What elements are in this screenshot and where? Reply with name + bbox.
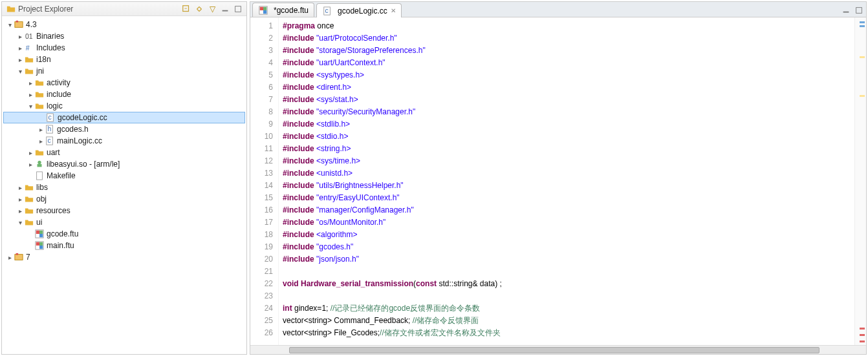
code-line[interactable]: #include <sys/types.h> (283, 69, 851, 81)
code-line[interactable] (283, 290, 851, 302)
close-icon[interactable]: ✕ (391, 7, 396, 14)
code-line[interactable]: vector<string> File_Gcodes;//储存文件或者宏文件名称… (283, 327, 851, 339)
folder-icon (24, 194, 34, 204)
tree-item-label: jni (36, 67, 44, 76)
tree-item[interactable]: ▸obj (3, 193, 245, 205)
code-line[interactable]: #include <unistd.h> (283, 167, 851, 180)
tree-item-label: gcodeLogic.cc (58, 113, 107, 122)
code-line[interactable]: #include <sys/time.h> (283, 155, 851, 167)
cfile-icon: c (322, 6, 332, 16)
ftu-icon (34, 229, 45, 239)
code-line[interactable]: #include "os/MountMonitor.h" (283, 216, 851, 229)
twisty-icon[interactable]: ▾ (6, 21, 14, 28)
folder-icon (24, 54, 34, 65)
twisty-icon[interactable]: ▾ (16, 219, 24, 226)
overview-ruler[interactable] (854, 17, 866, 345)
tree-item[interactable]: Makefile (3, 170, 245, 182)
tree-item[interactable]: ▾logic (3, 100, 245, 112)
twisty-icon[interactable]: ▸ (16, 184, 24, 191)
code-line[interactable]: #pragma once (283, 20, 851, 32)
project-tree[interactable]: ▾4.3▸01Binaries▸#Includes▸i18n▾jni▸activ… (2, 16, 246, 354)
code-line[interactable]: #include <string.h> (283, 143, 851, 155)
tree-item[interactable]: gcode.ftu (3, 228, 245, 240)
svg-rect-3 (15, 22, 23, 28)
code-line[interactable]: #include "storage/StoragePreferences.h" (283, 45, 851, 57)
link-with-editor-icon[interactable] (195, 5, 204, 14)
tree-item[interactable]: ▸resources (3, 205, 245, 216)
code-line[interactable]: #include "manager/ConfigManager.h" (283, 204, 851, 216)
code-line[interactable]: #include "entry/EasyUIContext.h" (283, 192, 851, 204)
tree-item[interactable]: ▸activity (3, 77, 245, 89)
svg-rect-14 (38, 164, 42, 167)
maximize-icon[interactable] (233, 5, 243, 14)
code-line[interactable]: #include "uart/ProtocolSender.h" (283, 32, 851, 45)
editor-minimize-icon[interactable] (841, 6, 851, 17)
code-line[interactable]: #include "json/json.h" (283, 253, 851, 266)
tree-item[interactable]: ▸cmainLogic.cc (3, 135, 245, 147)
twisty-icon[interactable]: ▸ (16, 207, 24, 215)
folder-icon (6, 4, 16, 14)
twisty-icon[interactable]: ▾ (16, 68, 24, 75)
svg-rect-4 (16, 21, 19, 23)
minimize-icon[interactable] (221, 5, 230, 14)
code-line[interactable] (283, 266, 851, 278)
tree-item[interactable]: cgcodeLogic.cc (3, 112, 245, 123)
code-line[interactable]: void Hardware_serial_transmission(const … (283, 278, 851, 290)
code-line[interactable]: #include <stdio.h> (283, 131, 851, 143)
twisty-icon[interactable]: ▸ (27, 161, 34, 168)
editor-maximize-icon[interactable] (854, 6, 863, 17)
twisty-icon[interactable]: ▾ (27, 103, 34, 110)
tree-item[interactable]: ▾ui (3, 216, 245, 228)
tree-item[interactable]: ▸01Binaries (3, 30, 245, 42)
svg-point-13 (38, 161, 41, 164)
tree-item[interactable]: main.ftu (3, 240, 245, 251)
twisty-icon[interactable]: ▸ (27, 79, 34, 87)
svg-rect-2 (235, 6, 241, 12)
code-line[interactable]: vector<string> Command_Feedback; //储存命令反… (283, 315, 851, 327)
twisty-icon[interactable]: ▸ (16, 56, 24, 63)
tree-item-label: gcodes.h (57, 125, 89, 134)
code-line[interactable]: #include "gcodes.h" (283, 241, 851, 253)
twisty-icon[interactable]: ▸ (6, 254, 14, 261)
code-line[interactable]: #include "utils/BrightnessHelper.h" (283, 180, 851, 192)
code-line[interactable]: #include <stdlib.h> (283, 118, 851, 131)
tree-item-label: 7 (26, 253, 30, 262)
horizontal-scrollbar[interactable] (250, 345, 866, 354)
tree-item[interactable]: ▸include (3, 89, 245, 100)
tree-item-label: resources (36, 206, 71, 215)
code-line[interactable]: #include <algorithm> (283, 229, 851, 241)
editor-tab[interactable]: cgcodeLogic.cc✕ (316, 3, 402, 17)
tree-item[interactable]: ▸libs (3, 182, 245, 193)
tree-item[interactable]: ▸#Includes (3, 42, 245, 54)
twisty-icon[interactable]: ▸ (37, 126, 45, 133)
code-line[interactable]: #include "uart/UartContext.h" (283, 57, 851, 69)
editor-panel: *gcode.ftucgcodeLogic.cc✕ 12345678910111… (250, 1, 867, 355)
twisty-icon[interactable]: ▸ (16, 33, 24, 40)
editor-tab[interactable]: *gcode.ftu (252, 3, 314, 17)
tree-item[interactable]: ▸hgcodes.h (3, 123, 245, 135)
view-menu-icon[interactable]: ▽ (208, 5, 217, 14)
code-line[interactable]: #include <sys/stat.h> (283, 94, 851, 106)
tree-item-label: Makefile (47, 171, 76, 180)
tree-item[interactable]: ▸7 (3, 251, 245, 263)
proj-icon (14, 19, 24, 30)
code-line[interactable]: int gindex=1; //记录已经储存的gcode反馈界面的命令条数 (283, 302, 851, 315)
twisty-icon[interactable]: ▸ (16, 45, 24, 52)
twisty-icon[interactable]: ▸ (16, 196, 24, 203)
tree-item[interactable]: ▾4.3 (3, 19, 245, 30)
folder-icon (24, 66, 34, 76)
tree-item-label: include (47, 90, 71, 99)
code-editor[interactable]: #pragma once#include "uart/ProtocolSende… (279, 17, 854, 345)
tree-item[interactable]: ▸i18n (3, 54, 245, 65)
code-line[interactable]: #include <dirent.h> (283, 81, 851, 94)
tree-item-label: Binaries (36, 32, 64, 41)
collapse-all-icon[interactable] (182, 5, 191, 14)
twisty-icon[interactable]: ▸ (37, 138, 45, 145)
code-line[interactable]: #include "security/SecurityManager.h" (283, 106, 851, 118)
tree-item[interactable]: ▸libeasyui.so - [arm/le] (3, 158, 245, 170)
tree-item[interactable]: ▸uart (3, 147, 245, 158)
svg-text:#: # (26, 44, 30, 52)
tree-item[interactable]: ▾jni (3, 65, 245, 77)
twisty-icon[interactable]: ▸ (27, 149, 34, 156)
twisty-icon[interactable]: ▸ (27, 91, 34, 98)
